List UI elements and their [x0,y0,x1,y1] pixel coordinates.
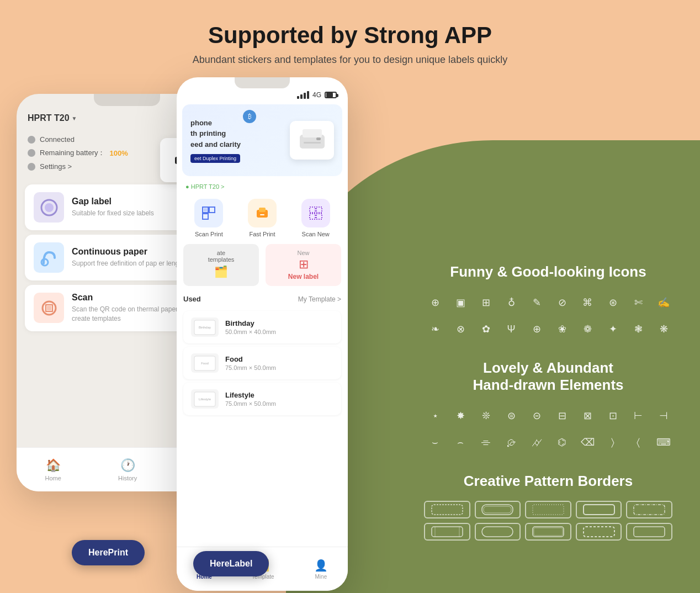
icon-18: ✦ [602,318,624,340]
fast-print-icon [248,199,277,227]
drawn-14: ⌮ [500,431,522,453]
template-btn[interactable]: ate templates 🗂️ [183,244,259,286]
herelabel-button[interactable]: HereLabel [193,551,269,576]
new-label-btn[interactable]: New ⊞ New label [266,244,341,286]
p2-mine-label: Mine [315,574,327,580]
qa-scan-print-label: Scan Print [195,231,223,237]
svg-rect-9 [316,137,321,140]
svg-rect-31 [584,505,614,515]
svg-rect-15 [259,208,266,212]
drawn-9: ⊢ [627,405,649,427]
drawn-11: ⌣ [424,431,446,453]
settings-label[interactable]: Settings > [40,162,72,171]
border-4 [576,501,622,518]
lifestyle-size: 75.0mm × 50.0mm [225,400,333,407]
border-1 [424,501,470,518]
svg-text:Food: Food [201,362,209,365]
svg-rect-30 [533,505,564,515]
svg-rect-17 [310,207,315,213]
scan-new-icon [301,199,330,227]
border-5 [626,501,672,518]
phone2-device-bar: ● HPRT T20 > [177,179,348,194]
birthday-info: Birthday 50.0mm × 40.0mm [225,319,333,335]
printer-img-2 [290,121,334,160]
svg-rect-32 [634,505,665,515]
drawn-3: ❊ [475,405,497,427]
nav-home[interactable]: 🏠 Home [45,458,61,481]
p2-mine-icon: 👤 [314,559,328,572]
page-wrapper: Supported by Strong APP Abundant sticker… [0,0,700,593]
gap-icon [34,192,64,223]
icon-17: ❁ [576,318,598,340]
icon-20: ❋ [653,318,675,340]
svg-rect-16 [260,214,264,215]
icon-19: ❃ [627,318,649,340]
settings-dot [28,163,35,171]
phone2-banner: phoneth printingeed and clarity eet Dupl… [182,104,342,176]
battery-icon [325,92,337,98]
icon-16: ❀ [551,318,573,340]
funny-icons-row1: ⊕ ▣ ⊞ ♁ ✎ ⊘ ⌘ ⊛ ✄ ✍ [424,292,672,314]
label-birthday[interactable]: Birthday Birthday 50.0mm × 40.0mm [183,311,341,343]
label-food[interactable]: Food Food 75.0mm × 50.0mm [183,347,341,379]
icon-3: ⊞ [475,292,497,314]
network-label: 4G [312,91,321,99]
scan-icon [34,293,64,323]
borders-title: Creative Pattern Borders [424,473,672,490]
icon-10: ✍ [653,292,675,314]
birthday-size: 50.0mm × 40.0mm [225,329,333,335]
icon-12: ⊗ [449,318,471,340]
drawn-17: ⌫ [576,431,598,453]
device-name[interactable]: HPRT T20 [28,113,77,123]
drawn-12: ⌢ [449,431,471,453]
drawn-row2: ⌣ ⌢ ⌯ ⌮ ⌭ ⌬ ⌫ 〉 〈 ⌨ [424,431,672,453]
drawn-7: ⊠ [576,405,598,427]
border-2 [475,501,521,518]
right-content: Funny & Good-looking Icons ⊕ ▣ ⊞ ♁ ✎ ⊘ ⌘… [424,263,672,560]
my-template-link[interactable]: My Template > [298,295,341,303]
svg-rect-19 [310,214,315,219]
icon-2: ▣ [449,292,471,314]
template-section: ate templates 🗂️ New ⊞ New label Used My… [177,244,348,415]
signal-bars [297,91,309,99]
qa-scan-print[interactable]: Scan Print [194,199,223,237]
icon-4: ♁ [500,292,522,314]
qa-scan-new[interactable]: Scan New [301,199,330,237]
phone-front: 4G phoneth printingeed and clarity eet D… [177,77,348,591]
device-connected[interactable]: ● HPRT T20 > [185,183,225,190]
border-9 [576,523,622,541]
banner-text: phoneth printingeed and clarity eet Dupl… [190,118,290,163]
funny-icons-block: Funny & Good-looking Icons ⊕ ▣ ⊞ ♁ ✎ ⊘ ⌘… [424,263,672,340]
connected-dot [28,136,35,144]
borders-block: Creative Pattern Borders [424,473,672,541]
p2-nav-mine[interactable]: 👤 Mine [314,559,328,580]
icon-1: ⊕ [424,292,446,314]
icon-15: ⊕ [526,318,548,340]
border-7 [475,523,521,541]
template-header: ate templates 🗂️ New ⊞ New label [183,244,341,286]
borders-row2 [424,523,672,541]
drawn-13: ⌯ [475,431,497,453]
svg-rect-5 [47,306,51,310]
quick-actions: Scan Print Fast Print [177,194,348,244]
label-items: Birthday Birthday 50.0mm × 40.0mm F [183,311,341,415]
lifestyle-preview: Lifestyle [191,389,219,409]
recently-used: Used My Template > [183,292,341,306]
svg-rect-37 [533,527,564,537]
icon-9: ✄ [627,292,649,314]
food-size: 75.0mm × 50.0mm [225,364,333,371]
border-6 [424,523,470,541]
icon-7: ⌘ [576,292,598,314]
drawn-4: ⊜ [500,405,522,427]
scan-print-icon [194,199,223,227]
svg-rect-27 [432,505,463,515]
nav-history[interactable]: 🕐 History [118,458,137,481]
icon-11: ❧ [424,318,446,340]
label-lifestyle[interactable]: Lifestyle Lifestyle 75.0mm × 50.0mm [183,383,341,415]
qa-fast-print[interactable]: Fast Print [248,199,277,237]
drawn-title: Lovely & AbundantHand-drawn Elements [424,359,672,394]
hereprint-button[interactable]: HerePrint [72,540,145,565]
svg-rect-20 [316,214,322,219]
svg-rect-11 [209,207,215,213]
funny-icons-title: Funny & Good-looking Icons [424,263,672,280]
